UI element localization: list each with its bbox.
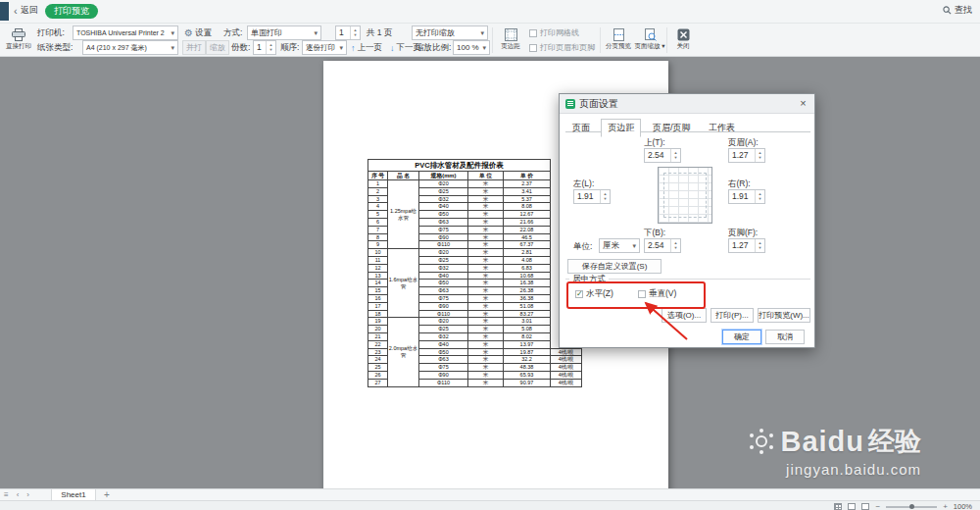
scale-button[interactable]: 缩放	[206, 40, 229, 55]
cancel-button[interactable]: 取消	[765, 330, 805, 344]
arrow-up-icon: ↑	[351, 43, 356, 53]
status-bar: − + 100%	[0, 500, 980, 510]
tab-page[interactable]: 页面	[565, 119, 597, 137]
zoom-in-button[interactable]: +	[943, 503, 948, 510]
page-layout-view-icon[interactable]	[848, 503, 856, 510]
footer-margin-spinner[interactable]: 1.27 ▲▼	[728, 238, 765, 253]
current-page-spinner[interactable]: 1 ▲▼	[335, 26, 361, 40]
right-margin-spinner[interactable]: 1.91 ▲▼	[728, 189, 765, 204]
printer-settings-button[interactable]: ⚙ 设置	[184, 26, 212, 40]
options-button[interactable]: 选项(O)...	[662, 308, 707, 323]
print-toolbar: 直接打印 打印机: TOSHIBA Universal Printer 2 ▾ …	[0, 24, 980, 57]
sheet-prev-icon[interactable]: ‹	[13, 489, 24, 500]
spinner-arrows-icon[interactable]: ▲▼	[755, 190, 764, 203]
printer-value: TOSHIBA Universal Printer 2	[76, 29, 165, 36]
horizontal-center-option[interactable]: 水平(Z)	[575, 288, 613, 300]
print-header-footer-checkbox[interactable]	[529, 44, 537, 52]
dialog-titlebar[interactable]: 页面设置 ×	[560, 94, 814, 114]
copies-spinner[interactable]: 1 ▲▼	[253, 40, 276, 55]
direct-print-label: 直接打印	[6, 42, 31, 51]
search-icon	[943, 6, 952, 15]
window-corner	[0, 2, 9, 21]
zoom-out-button[interactable]: −	[875, 503, 880, 510]
toolbar-separator	[666, 27, 667, 53]
save-custom-settings-button[interactable]: 保存自定义设置(S)	[567, 259, 662, 274]
margins-toggle-button[interactable]: 页边距	[496, 25, 525, 55]
close-preview-button[interactable]: 关闭	[670, 25, 696, 55]
copies-value: 1	[254, 41, 266, 54]
spinner-arrows-icon[interactable]: ▲▼	[755, 239, 764, 252]
sheet-menu-icon[interactable]: ≡	[0, 489, 13, 500]
back-button[interactable]: ‹ 返回	[14, 4, 38, 17]
close-preview-label: 关闭	[677, 42, 690, 51]
page-total-label: 共 1 页	[367, 26, 392, 40]
margins-icon	[505, 28, 517, 41]
spinner-arrows-icon[interactable]: ▲▼	[755, 149, 764, 162]
paper-type-select[interactable]: A4 (210 x 297 毫米) ▾	[82, 40, 178, 55]
page-zoom-button[interactable]: 页面缩放 ▾	[635, 25, 664, 55]
caret-down-icon: ▾	[337, 44, 343, 52]
back-arrow-icon: ‹	[14, 6, 18, 16]
vertical-checkbox[interactable]	[638, 290, 646, 298]
unit-select[interactable]: 厘米 ▾	[599, 238, 640, 253]
print-button[interactable]: 打印(P)...	[710, 308, 754, 323]
tab-sheet[interactable]: 工作表	[702, 119, 742, 137]
spinner-arrows-icon[interactable]: ▲▼	[600, 190, 610, 203]
print-preview-badge: 打印预览	[45, 4, 98, 19]
bottom-margin-spinner[interactable]: 2.54 ▲▼	[644, 238, 681, 253]
normal-view-icon[interactable]	[834, 503, 842, 510]
table-row: 101.6mpa给水管Φ20米2.81	[368, 249, 582, 257]
spinner-arrows-icon[interactable]: ▲▼	[350, 26, 360, 39]
scale-mode-select[interactable]: 无打印缩放 ▾	[412, 26, 488, 40]
page-break-view-icon[interactable]	[861, 503, 869, 510]
back-label: 返回	[21, 4, 38, 17]
spinner-arrows-icon[interactable]: ▲▼	[266, 41, 275, 54]
toolbar-separator	[492, 27, 493, 53]
paper-type-value: A4 (210 x 297 毫米)	[86, 43, 147, 53]
vertical-center-option[interactable]: 垂直(V)	[638, 288, 676, 300]
print-gridlines-checkbox[interactable]	[529, 29, 537, 37]
caret-down-icon: ▾	[169, 29, 174, 37]
find-button[interactable]: 查找	[943, 4, 972, 17]
order-value: 逐份打印	[306, 43, 335, 53]
bottom-margin-value: 2.54	[645, 239, 670, 252]
header-margin-spinner[interactable]: 1.27 ▲▼	[728, 148, 765, 163]
spinner-arrows-icon[interactable]: ▲▼	[670, 149, 680, 162]
spinner-arrows-icon[interactable]: ▲▼	[670, 239, 680, 252]
duplex-button[interactable]: 并打	[182, 40, 206, 55]
zoom-slider[interactable]	[886, 506, 937, 508]
header-margin-value: 1.27	[729, 149, 755, 162]
prev-page-label: 上一页	[358, 42, 383, 54]
print-header-footer-option[interactable]: 打印页眉和页脚	[529, 42, 595, 53]
prev-page-button[interactable]: ↑ 上一页	[351, 40, 382, 55]
order-select[interactable]: 逐份打印 ▾	[302, 40, 347, 55]
toolbar-separator	[600, 27, 601, 53]
watermark-brand-suffix: 经验	[868, 424, 921, 459]
printer-select[interactable]: TOSHIBA Universal Printer 2 ▾	[73, 26, 178, 40]
page-zoom-icon	[644, 28, 657, 41]
method-select[interactable]: 单面打印 ▾	[247, 26, 321, 40]
printer-icon	[12, 28, 25, 41]
horizontal-label: 水平(Z)	[586, 288, 613, 300]
margin-preview-thumbnail	[658, 167, 712, 224]
tab-margins[interactable]: 页边距	[601, 119, 641, 137]
sheet-next-icon[interactable]: ›	[23, 489, 33, 500]
paging-preview-button[interactable]: 分页预览	[604, 25, 633, 55]
zoom-slider-knob[interactable]	[909, 504, 914, 509]
tab-header-footer[interactable]: 页眉/页脚	[646, 119, 698, 137]
horizontal-checkbox[interactable]	[575, 290, 583, 298]
zoom-ratio-select[interactable]: 100 % ▾	[453, 40, 490, 55]
left-margin-spinner[interactable]: 1.91 ▲▼	[573, 189, 611, 204]
add-sheet-button[interactable]: +	[96, 489, 118, 500]
top-margin-spinner[interactable]: 2.54 ▲▼	[644, 148, 681, 163]
paging-preview-icon	[612, 28, 625, 41]
direct-print-button[interactable]: 直接打印	[3, 25, 34, 55]
dialog-close-icon[interactable]: ×	[796, 96, 810, 111]
ok-button[interactable]: 确定	[722, 330, 761, 344]
unit-value: 厘米	[603, 240, 619, 252]
print-preview-button[interactable]: 打印预览(W)...	[758, 308, 810, 323]
print-gridlines-option[interactable]: 打印网格线	[529, 27, 579, 38]
order-label: 顺序:	[280, 40, 299, 55]
watermark-brand: Baidu	[780, 426, 864, 458]
sheet-tab-sheet1[interactable]: Sheet1	[51, 489, 96, 501]
